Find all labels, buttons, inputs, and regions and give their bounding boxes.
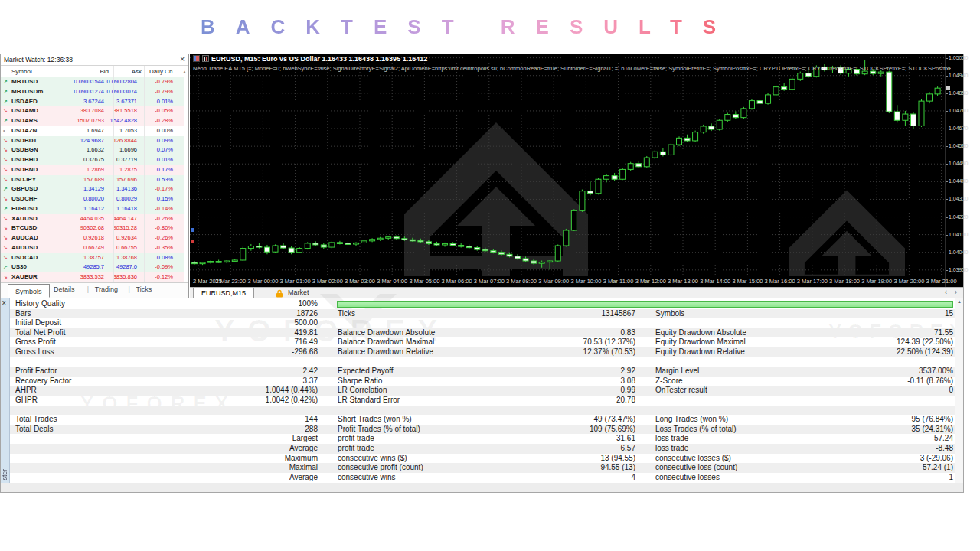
symbol-cell: US30: [11, 262, 27, 272]
stat-value: 100%: [298, 299, 318, 309]
market-watch-row[interactable]: ↘USDBND1.28691.28750.17%: [0, 165, 184, 175]
symbol-cell: MBTUSD: [11, 77, 38, 87]
stat-label: consecutive wins: [338, 473, 396, 483]
chart-panel[interactable]: EURUSD, M15: Euro vs US Dollar 1.16433 1…: [190, 54, 964, 287]
close-icon[interactable]: ×: [180, 54, 185, 66]
price-tick-label: 1.04310: [949, 196, 968, 201]
table-row[interactable]: Averageprofit trade6.57loss trade-8.48: [10, 444, 955, 454]
table-row[interactable]: Gross Loss-296.68Balance Drawdown Relati…: [10, 347, 955, 357]
market-watch-row[interactable]: ↘USDBHD0.376750.377190.01%: [0, 155, 184, 165]
table-row[interactable]: [10, 357, 955, 367]
symbol-cell: AUDUSD: [11, 243, 38, 253]
ask-cell: 0.09033074: [106, 87, 137, 97]
market-watch-row[interactable]: ↗USDARS1507.07931542.4828-0.28%: [0, 116, 184, 126]
column-bid[interactable]: Bid: [100, 66, 109, 77]
column-ask[interactable]: Ask: [132, 66, 142, 77]
tester-scrollbar[interactable]: ▲: [955, 298, 963, 483]
stat-label: Loss Trades (% of total): [655, 425, 737, 435]
table-row[interactable]: [10, 406, 955, 416]
bid-cell: 1507.0793: [77, 116, 104, 126]
stat-label: consecutive loss (count): [655, 463, 737, 473]
stat-label: Sharpe Ratio: [338, 377, 382, 386]
market-watch-row[interactable]: ↗USDAED3.672443.673710.01%: [0, 97, 184, 107]
stat-value: 3.08: [621, 377, 635, 386]
market-watch-row[interactable]: ↘USDBDT124.9687126.88440.09%: [0, 136, 184, 146]
market-watch-row[interactable]: ↘USDJPY157.689157.6960.53%: [0, 175, 184, 185]
market-watch-row[interactable]: ↘USDCAD1.387571.387680.08%: [0, 253, 184, 263]
stat-label: Balance Drawdown Absolute: [338, 328, 435, 338]
stat-label: Total Net Profit: [15, 328, 66, 338]
tab-details[interactable]: Details: [54, 285, 75, 293]
candlestick-chart[interactable]: [190, 54, 945, 276]
market-watch-row[interactable]: ↘USDBGN1.66321.66960.07%: [0, 145, 184, 155]
time-tick-label: 3 Mar 03:00: [345, 278, 375, 285]
stat-label: Gross Loss: [15, 347, 54, 357]
ask-cell: 3.67371: [116, 97, 137, 107]
up-trend-icon: ↗: [3, 87, 10, 97]
table-row[interactable]: Averageconsecutive wins4consecutive loss…: [10, 473, 955, 483]
daily-change-cell: -0.26%: [155, 233, 173, 243]
down-trend-icon: ↘: [3, 223, 10, 233]
table-row[interactable]: Total Trades144Short Trades (won %)49 (7…: [10, 415, 955, 425]
market-watch-row[interactable]: ↘AUDCAD0.926180.92634-0.26%: [0, 233, 184, 243]
ask-cell: 1.38768: [116, 253, 137, 263]
table-row[interactable]: Maximalconsecutive profit (count)94.55 (…: [10, 463, 955, 473]
table-row[interactable]: History Quality100%: [10, 299, 955, 309]
table-row[interactable]: GHPR1.0042 (0.42%)LR Standard Error20.78: [10, 396, 955, 406]
table-row[interactable]: Bars18726Ticks13145867Symbols15: [10, 309, 955, 319]
tab-trading[interactable]: Trading: [95, 285, 118, 293]
tester-close-icon[interactable]: x: [2, 298, 6, 306]
market-watch-row[interactable]: ↘AUDUSD0.667490.66755-0.35%: [0, 243, 184, 253]
table-row[interactable]: Recovery Factor3.37Sharpe Ratio3.08Z-Sco…: [10, 377, 955, 386]
scroll-up-icon[interactable]: ▲: [182, 67, 187, 78]
table-row[interactable]: Gross Profit716.49Balance Drawdown Maxim…: [10, 337, 955, 347]
market-watch-row[interactable]: ↗MBTUSD0.090315440.09032804-0.79%: [0, 77, 184, 87]
daily-change-cell: 0.17%: [157, 165, 173, 175]
table-row[interactable]: Total Net Profit419.81Balance Drawdown A…: [10, 328, 955, 338]
time-axis[interactable]: 2 Mar 20252 Mar 23:003 Mar 00:003 Mar 01…: [190, 276, 945, 287]
market-watch-row[interactable]: ↘XAUUSD4464.0354464.147-0.26%: [0, 214, 184, 224]
tab-ticks[interactable]: Ticks: [136, 285, 152, 293]
stat-value: 20.78: [616, 396, 635, 406]
price-axis[interactable]: 1.050301.049401.048501.047601.046701.045…: [945, 54, 964, 287]
market-watch-row[interactable]: ↘USDCHF0.800200.800290.15%: [0, 194, 184, 204]
symbol-cell: MBTUSDm: [11, 87, 43, 97]
stat-value: -57.24: [932, 434, 953, 444]
column-symbol[interactable]: Symbol: [11, 66, 32, 77]
tab-scroll-left-icon[interactable]: ‹: [945, 288, 947, 296]
market-watch-row[interactable]: ↗GBPUSD1.341291.34136-0.17%: [0, 184, 184, 194]
tab-symbols[interactable]: Symbols: [8, 284, 50, 298]
market-watch-header: Symbol Bid Ask Daily Ch... ▲: [0, 66, 188, 77]
stat-value: 18726: [296, 309, 318, 319]
daily-change-cell: 0.53%: [157, 175, 173, 185]
scroll-up-icon[interactable]: ▲: [957, 299, 962, 304]
stat-value: 0.83: [621, 328, 635, 338]
market-watch-row[interactable]: ↘XAUEUR3833.5323835.836-0.12%: [0, 272, 184, 282]
stat-label: Short Trades (won %): [338, 415, 412, 425]
market-watch-row[interactable]: •USDAZN1.69471.70530.00%: [0, 126, 184, 136]
ask-cell: 381.5518: [113, 106, 137, 116]
stat-value: 1.0042 (0.42%): [266, 396, 318, 406]
column-divider: [113, 66, 114, 282]
stat-value: 15: [945, 309, 953, 319]
table-row[interactable]: Total Deals288Profit Trades (% of total)…: [10, 425, 955, 435]
table-row[interactable]: Largestprofit trade31.61loss trade-57.24: [10, 434, 955, 444]
chart-flag-icon: [193, 55, 200, 62]
column-daily-change[interactable]: Daily Ch...: [149, 66, 178, 77]
tab-scroll-right-icon[interactable]: ›: [955, 288, 957, 296]
ask-cell: 4464.147: [113, 214, 137, 224]
market-watch-row[interactable]: ↘USDAMD380.7084381.5518-0.05%: [0, 106, 184, 116]
stat-label: Total Deals: [15, 425, 53, 435]
tab-eurusd-m15[interactable]: EURUSD,M15: [193, 288, 254, 299]
market-watch-row[interactable]: ↗US3049285.749287.0-0.09%: [0, 262, 184, 272]
table-row[interactable]: Initial Deposit500.00: [10, 318, 955, 328]
stat-value: 124.39 (22.50%): [897, 337, 953, 347]
price-tick-label: 1.04850: [949, 90, 968, 96]
market-watch-row[interactable]: ↘BTCUSD90302.6890315.28-0.80%: [0, 223, 184, 233]
table-row[interactable]: AHPR1.0044 (0.44%)LR Correlation0.99OnTe…: [10, 386, 955, 396]
table-row[interactable]: Profit Factor2.42Expected Payoff2.92Marg…: [10, 367, 955, 377]
table-row[interactable]: Maximumconsecutive wins ($)13 (94.55)con…: [10, 454, 955, 464]
stat-label: GHPR: [15, 396, 38, 406]
market-watch-row[interactable]: ↗MBTUSDm0.090312740.09033074-0.79%: [0, 87, 184, 97]
market-watch-row[interactable]: ↗EURUSD1.164121.16418-0.14%: [0, 204, 184, 214]
